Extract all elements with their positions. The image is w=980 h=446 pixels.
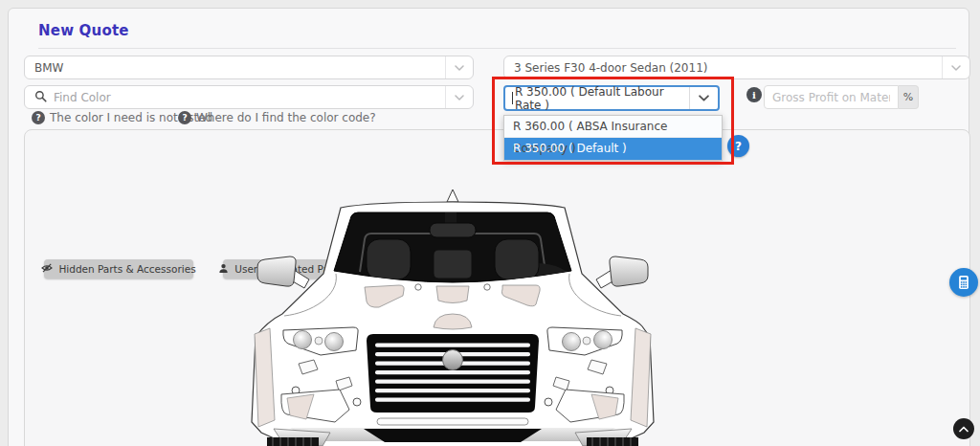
model-select[interactable]: 3 Series F30 4-door Sedan (2011)	[503, 56, 970, 79]
chevron-up-icon	[959, 426, 969, 433]
make-select-value: BMW	[34, 61, 63, 75]
car-front-view-diagram[interactable]	[244, 181, 661, 446]
scroll-up-button[interactable]	[953, 418, 974, 439]
hidden-parts-label: Hidden Parts & Accessories	[58, 263, 195, 275]
color-search-placeholder: Find Color	[54, 91, 111, 104]
labour-rate-value: R 350.00 ( Default Labour Rate )	[515, 85, 689, 112]
labour-rate-option-selected[interactable]: R 350.00 ( Default )	[504, 138, 722, 160]
labour-rate-dropdown-menu: R 360.00 ( ABSA Insurance Company ) R 35…	[503, 115, 723, 161]
model-select-value: 3 Series F30 4-door Sedan (2011)	[514, 61, 707, 75]
percent-suffix: %	[899, 85, 919, 109]
help-link-color-code[interactable]: ? Where do I find the color code?	[178, 111, 376, 124]
make-select[interactable]: BMW	[24, 56, 474, 79]
right-tire	[587, 437, 638, 446]
calculator-button[interactable]	[949, 268, 978, 297]
text-cursor	[512, 92, 513, 104]
page-title: New Quote	[38, 22, 129, 39]
labour-rate-option[interactable]: R 360.00 ( ABSA Insurance Company )	[504, 116, 722, 138]
labour-rate-combobox[interactable]: R 350.00 ( Default Labour Rate )	[503, 85, 720, 111]
calculator-icon	[956, 275, 971, 290]
brand-emblem	[443, 350, 463, 370]
left-tire	[267, 437, 319, 446]
hidden-parts-button[interactable]: Hidden Parts & Accessories	[44, 259, 193, 279]
search-icon	[34, 90, 47, 105]
chevron-down-icon	[942, 56, 969, 78]
chevron-down-icon	[689, 87, 718, 109]
person-icon	[218, 263, 229, 276]
help-icon: ?	[178, 111, 191, 124]
chevron-down-icon	[445, 56, 473, 78]
divider	[38, 48, 956, 49]
info-icon[interactable]: i	[746, 87, 762, 102]
chevron-down-icon	[445, 86, 473, 108]
right-mirror	[596, 256, 648, 288]
color-search-select[interactable]: Find Color	[24, 85, 474, 109]
help-icon: ?	[32, 111, 45, 124]
help-question-button[interactable]: ?	[727, 135, 749, 157]
eye-off-icon	[41, 262, 53, 276]
new-quote-card: New Quote BMW 3 Series F30 4-door Sedan …	[8, 8, 969, 446]
left-mirror	[257, 256, 309, 288]
help-link-label: Where do I find the color code?	[196, 111, 376, 124]
gross-profit-input[interactable]	[764, 85, 899, 109]
